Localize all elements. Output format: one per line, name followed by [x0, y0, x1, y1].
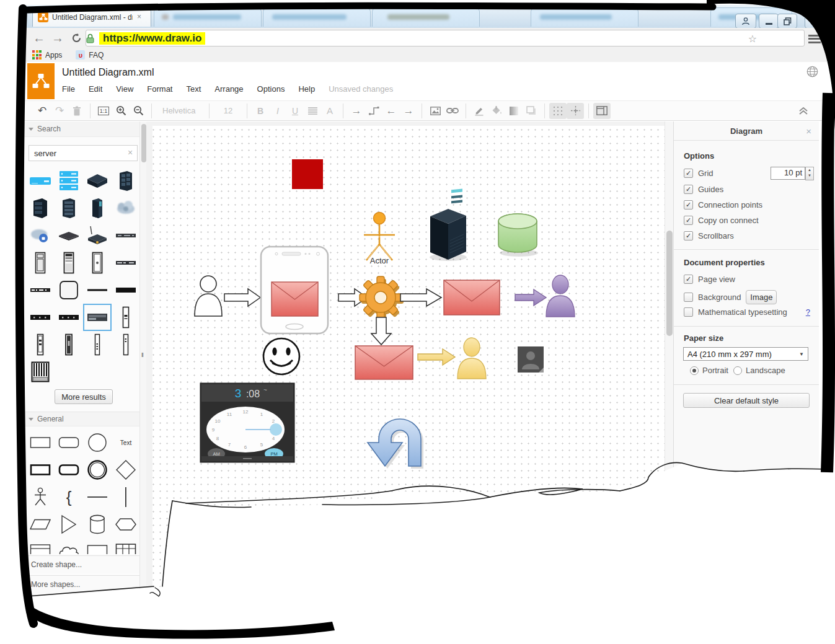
actor-shape[interactable]: Actor	[364, 213, 395, 266]
shape-unit-bar-dots-2[interactable]	[56, 305, 82, 330]
shape-server-box-dark[interactable]	[84, 169, 110, 193]
shape-vertical-server-5[interactable]	[113, 332, 139, 357]
undo-button[interactable]: ↶	[33, 103, 51, 119]
math-typesetting-option[interactable]: Mathematical typesetting	[684, 307, 787, 317]
arrow-gear-down[interactable]	[371, 317, 391, 345]
clock-selected-hour[interactable]	[270, 423, 282, 436]
back-button[interactable]: ←	[31, 30, 47, 46]
menu-file[interactable]: File	[62, 84, 75, 94]
shape-horizontal-bar[interactable]	[84, 278, 110, 302]
grid-checkbox[interactable]: ✓	[684, 169, 693, 178]
connection-points-option[interactable]: ✓ Connection points	[684, 200, 762, 210]
waypoints-button[interactable]	[365, 103, 382, 119]
smartphone-shape[interactable]	[261, 247, 328, 333]
background-option[interactable]: Background Image	[684, 290, 777, 304]
fit-page-button[interactable]: 1:1	[95, 103, 112, 119]
connection-button[interactable]: →	[348, 103, 365, 119]
scrollbars-option[interactable]: ✓ Scrollbars	[684, 231, 734, 240]
sidebar-scrollbar-thumb[interactable]	[141, 124, 146, 162]
fill-color-button[interactable]	[488, 103, 505, 119]
shape-rack-strip-2[interactable]	[113, 250, 139, 275]
shape-unit-bar-dots-1[interactable]	[27, 305, 53, 330]
arrow-start-button[interactable]: ←	[382, 103, 400, 119]
font-color-button[interactable]: A	[321, 103, 338, 119]
shape-vertical-server-4[interactable]	[84, 332, 110, 357]
background-tab[interactable]	[263, 7, 371, 27]
shape-card[interactable]	[84, 539, 110, 554]
shape-wireless-router[interactable]	[84, 223, 110, 248]
portrait-radio[interactable]	[690, 366, 699, 375]
clock-pm-label[interactable]: PM	[270, 451, 277, 457]
server-tower-shape[interactable]	[430, 188, 467, 261]
bookmark-star-icon[interactable]: ☆	[748, 33, 757, 45]
shape-double-ellipse[interactable]	[84, 457, 110, 482]
shape-cylinder[interactable]	[84, 512, 110, 537]
shape-ellipse[interactable]	[84, 430, 110, 455]
shape-cloud-lock-server[interactable]	[27, 223, 53, 248]
purple-arrow-shape[interactable]	[515, 289, 546, 306]
shadow-button[interactable]	[523, 103, 540, 119]
shape-cloud[interactable]	[56, 539, 82, 554]
search-input[interactable]	[29, 145, 138, 161]
copy-on-connect-option[interactable]: ✓ Copy on connect	[684, 216, 759, 225]
shape-hexagon[interactable]	[113, 512, 139, 537]
shape-striped-server[interactable]	[27, 359, 53, 384]
shape-rack-dark-2[interactable]	[56, 196, 82, 221]
minimize-button[interactable]	[759, 14, 779, 29]
spinner-up-icon[interactable]: ▲	[806, 167, 813, 173]
search-section-header[interactable]: Search	[22, 121, 146, 137]
yellow-person-shape[interactable]	[457, 338, 486, 379]
red-square-shape[interactable]	[292, 159, 323, 189]
shape-horizontal-line[interactable]	[84, 485, 110, 509]
panel-close-icon[interactable]: ×	[806, 126, 811, 136]
shape-tower-outline-2[interactable]	[84, 250, 110, 275]
page-view-option[interactable]: ✓ Page view	[684, 275, 735, 284]
shape-rack-unit-strip[interactable]	[113, 223, 139, 248]
grid-option[interactable]: ✓ Grid	[684, 169, 714, 178]
purple-person-shape[interactable]	[546, 275, 575, 317]
shape-text[interactable]: Text	[113, 430, 139, 455]
shape-rectangle[interactable]	[27, 430, 53, 455]
align-button[interactable]	[304, 103, 321, 119]
landscape-option[interactable]: Landscape	[733, 366, 785, 375]
bold-button[interactable]: B	[252, 103, 269, 119]
shape-rounded-rectangle[interactable]	[56, 430, 82, 455]
person-outline-shape[interactable]	[195, 276, 222, 316]
arrow-end-button[interactable]: →	[400, 103, 417, 119]
shape-server-flat-blue[interactable]	[27, 169, 53, 193]
create-shape-item[interactable]: Create shape...	[22, 555, 146, 573]
menu-view[interactable]: View	[116, 84, 133, 94]
page-view-checkbox[interactable]: ✓	[684, 275, 693, 284]
image-placeholder-shape[interactable]	[518, 346, 544, 373]
arrow-gear-to-envelope[interactable]	[400, 289, 441, 306]
apps-bookmark[interactable]: Apps	[45, 51, 62, 60]
background-tab[interactable]	[154, 7, 262, 27]
menu-arrange[interactable]: Arrange	[214, 84, 243, 94]
shape-tower-dark[interactable]	[84, 196, 110, 221]
diagram-canvas[interactable]: Actor	[146, 121, 665, 595]
canvas-scrollbar[interactable]	[665, 121, 674, 472]
math-typesetting-checkbox[interactable]	[684, 307, 693, 317]
spinner-down-icon[interactable]: ▼	[806, 173, 813, 179]
restore-button[interactable]	[777, 14, 797, 29]
shape-diamond[interactable]	[113, 457, 139, 482]
shape-tower-outline-detailed[interactable]	[56, 250, 82, 275]
more-results-button[interactable]: More results	[55, 389, 113, 404]
grid-size-input[interactable]: 10 pt	[771, 167, 805, 180]
grid-toggle-button[interactable]	[549, 103, 567, 119]
shape-vertical-server-2[interactable]	[27, 332, 53, 357]
font-family-field[interactable]: Helvetica	[156, 106, 205, 115]
collapse-toolbar-icon[interactable]	[798, 107, 808, 115]
insert-image-button[interactable]	[426, 103, 444, 119]
italic-button[interactable]: I	[269, 103, 286, 119]
shape-vertical-server-3[interactable]	[56, 332, 82, 357]
scrollbars-checkbox[interactable]: ✓	[684, 231, 693, 240]
sidebar-resize-grip[interactable]: ‖	[141, 352, 144, 358]
yellow-arrow-shape[interactable]	[418, 349, 455, 365]
gradient-button[interactable]	[505, 103, 523, 119]
shape-square-bold[interactable]	[27, 457, 53, 482]
shape-triangle[interactable]	[56, 512, 82, 537]
arrow-person-to-phone[interactable]	[224, 289, 260, 306]
delete-button[interactable]	[68, 103, 86, 119]
forward-button[interactable]: →	[50, 30, 66, 46]
